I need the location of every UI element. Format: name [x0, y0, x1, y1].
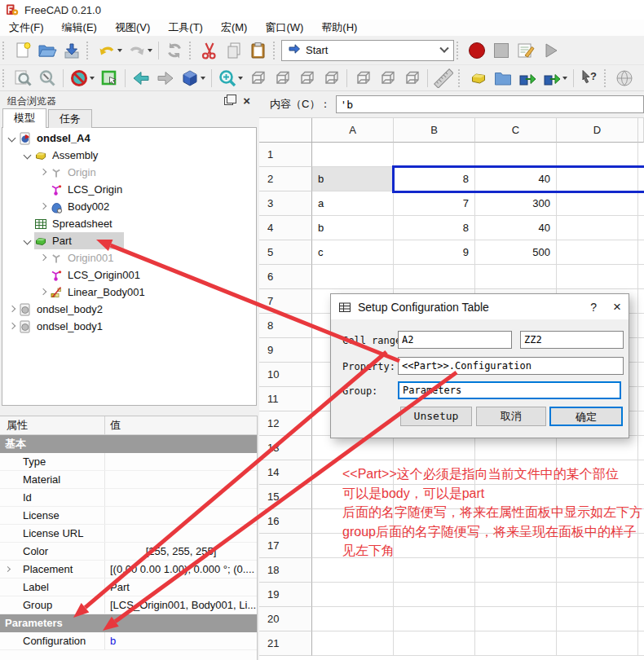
paste-button[interactable] [246, 39, 271, 62]
view-cube-button[interactable] [319, 67, 343, 90]
property-value[interactable]: [LCS_Origin001, Body001, Li... [105, 599, 257, 611]
row-header-18[interactable]: 18 [259, 558, 312, 583]
cell-extra[interactable] [638, 558, 644, 583]
float-panel-icon[interactable] [224, 97, 233, 105]
dialog-titlebar[interactable]: Setup Configuration Table ? × [331, 294, 629, 319]
column-header-A[interactable]: A [312, 118, 394, 143]
row-header-4[interactable]: 4 [259, 216, 312, 240]
tree-item-assembly[interactable]: Assembly [2, 147, 256, 164]
export-link-button[interactable] [540, 67, 564, 90]
cell-extra[interactable] [638, 216, 644, 240]
cell-C5[interactable]: 500 [475, 240, 557, 265]
nav-forward-button[interactable] [153, 67, 178, 90]
zoom-tool-button[interactable] [215, 67, 240, 90]
cell-extra[interactable] [638, 338, 644, 363]
tree-item-spreadsheet[interactable]: Spreadsheet [2, 215, 256, 232]
tree-expander-icon[interactable] [6, 132, 19, 145]
cell-B3[interactable]: 7 [394, 191, 475, 216]
cell-D2[interactable] [557, 167, 638, 191]
cell-C19[interactable] [475, 583, 557, 607]
debug-macro-button[interactable] [538, 39, 562, 62]
cell-D13[interactable] [557, 436, 638, 460]
dropdown-caret-icon[interactable] [117, 49, 122, 52]
cell-A5[interactable]: c [312, 240, 394, 265]
row-header-3[interactable]: 3 [259, 191, 312, 216]
workbench-selector[interactable]: Start [281, 40, 454, 61]
row-header-6[interactable]: 6 [259, 265, 312, 289]
cell-extra[interactable] [638, 363, 644, 387]
cell-D3[interactable] [557, 191, 638, 216]
fit-all-button[interactable] [11, 67, 35, 90]
dropdown-caret-icon[interactable] [90, 77, 95, 80]
cell-D18[interactable] [557, 558, 638, 583]
property-input[interactable] [398, 357, 624, 375]
redo-button[interactable] [125, 39, 149, 62]
tree-expander-icon[interactable] [37, 286, 50, 299]
view-cube-button[interactable] [245, 67, 270, 90]
cell-range-to-input[interactable] [520, 331, 624, 349]
row-header-7[interactable]: 7 [259, 289, 312, 314]
cell-D20[interactable] [557, 607, 638, 631]
cell-D5[interactable] [557, 240, 638, 265]
export-link-button[interactable] [515, 67, 540, 90]
property-value[interactable]: [(0.00 0.00 1.00); 0.000 °; (0.... [105, 563, 257, 575]
record-macro-button[interactable] [465, 39, 489, 62]
cell-D1[interactable] [557, 143, 638, 167]
row-header-16[interactable]: 16 [259, 509, 312, 534]
cell-A21[interactable] [312, 631, 394, 656]
refresh-button[interactable] [162, 39, 187, 62]
cell-B1[interactable] [394, 143, 475, 167]
group-folder-button[interactable] [491, 67, 515, 90]
cell-extra[interactable] [638, 240, 644, 265]
tree-item-body002[interactable]: Body002 [2, 198, 256, 215]
cell-A1[interactable] [312, 143, 394, 167]
view-cube-button[interactable] [270, 67, 294, 90]
cell-B6[interactable] [394, 265, 475, 289]
cell-B2[interactable]: 8 [394, 167, 475, 191]
row-header-21[interactable]: 21 [259, 631, 312, 656]
menu-item-5[interactable]: 窗口(W) [256, 20, 312, 36]
tree-item-linear_body001[interactable]: Linear_Body001 [2, 284, 256, 301]
draw-style-button[interactable] [67, 67, 91, 90]
copy-button[interactable] [222, 39, 246, 62]
row-header-19[interactable]: 19 [259, 583, 312, 607]
expander-icon[interactable] [5, 566, 11, 572]
property-value[interactable]: b [105, 635, 257, 647]
cell-D4[interactable] [557, 216, 638, 240]
zoom-selection-button[interactable] [35, 67, 60, 90]
tab-model[interactable]: 模型 [2, 108, 46, 128]
cell-A19[interactable] [312, 583, 394, 607]
column-header-e[interactable] [638, 118, 644, 143]
cell-C4[interactable]: 40 [475, 216, 557, 240]
view-cube-button[interactable] [294, 67, 319, 90]
cell-A20[interactable] [312, 607, 394, 631]
row-header-10[interactable]: 10 [259, 363, 312, 387]
column-header-B[interactable]: B [394, 118, 475, 143]
formula-input[interactable] [336, 95, 644, 113]
tree-expander-icon[interactable] [21, 235, 34, 248]
cell-C20[interactable] [475, 607, 557, 631]
cell-C21[interactable] [475, 631, 557, 656]
cell-D21[interactable] [557, 631, 638, 656]
measure-button[interactable] [431, 67, 456, 90]
cell-B18[interactable] [394, 558, 475, 583]
dialog-close-button[interactable]: × [613, 301, 621, 313]
cell-extra[interactable] [638, 583, 644, 607]
row-header-20[interactable]: 20 [259, 607, 312, 631]
nav-back-button[interactable] [129, 67, 153, 90]
cell-range-from-input[interactable] [398, 331, 512, 349]
menu-item-6[interactable]: 帮助(H) [312, 20, 366, 36]
dropdown-caret-icon[interactable] [562, 77, 567, 80]
cell-A4[interactable]: b [312, 216, 394, 240]
tab-tasks[interactable]: 任务 [48, 109, 92, 128]
cell-extra[interactable] [638, 191, 644, 216]
property-value[interactable]: [255, 255, 255] [105, 545, 257, 557]
menu-item-2[interactable]: 视图(V) [106, 20, 159, 36]
cancel-button[interactable]: 取消 [476, 407, 546, 426]
whats-this-button[interactable]: ? [577, 67, 602, 90]
tree-item-origin001[interactable]: Origin001 [2, 249, 256, 266]
tree-item-origin[interactable]: Origin [2, 164, 256, 181]
edit-macro-button[interactable] [514, 39, 538, 62]
cell-C6[interactable] [475, 265, 557, 289]
cell-A3[interactable]: a [312, 191, 394, 216]
